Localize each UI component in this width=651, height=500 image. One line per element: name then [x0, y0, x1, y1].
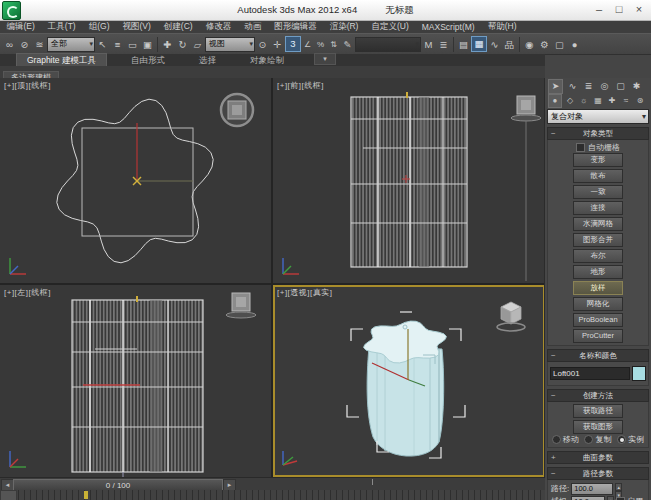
category-helpers-icon[interactable]: ✚	[606, 95, 618, 107]
rect-region-icon[interactable]: ▭	[125, 37, 140, 52]
menu-help[interactable]: 帮助(H)	[481, 21, 523, 33]
curve-editor-icon[interactable]: ∿	[487, 37, 502, 52]
front-viewport-canvas[interactable]	[273, 78, 545, 283]
render-setup-icon[interactable]: ⚙	[537, 37, 552, 52]
tab-motion-icon[interactable]: ◎	[598, 80, 611, 93]
get-shape-button[interactable]: 获取图形	[573, 420, 623, 434]
select-object-icon[interactable]: ↖	[95, 37, 110, 52]
menu-tools[interactable]: 工具(T)	[41, 21, 82, 33]
button-procutter[interactable]: ProCutter	[573, 329, 623, 343]
viewport-left-label[interactable]: [+][左][线框]	[4, 287, 51, 298]
tab-freeform[interactable]: 自由形式	[121, 54, 175, 66]
viewcube[interactable]	[497, 302, 525, 331]
menu-customize[interactable]: 自定义(U)	[365, 21, 415, 33]
viewport-top[interactable]: [+][顶][线框]	[0, 78, 271, 283]
scale-icon[interactable]: ▱	[190, 37, 205, 52]
radio-move[interactable]: 移动	[552, 434, 579, 445]
rollout-object-type-header[interactable]: − 对象类型	[547, 127, 649, 140]
category-lights-icon[interactable]: ☼	[578, 95, 590, 107]
maximize-button[interactable]: □	[609, 0, 629, 20]
align-icon[interactable]: ≣	[436, 37, 451, 52]
path-value-field[interactable]: 100.0	[571, 483, 613, 495]
material-editor-icon[interactable]: ◉	[522, 37, 537, 52]
select-link-icon[interactable]: ∞	[2, 37, 17, 52]
button-shapemerge[interactable]: 图形合并	[573, 233, 623, 247]
viewport-front-label[interactable]: [+][前][线框]	[277, 80, 324, 91]
render-icon[interactable]: ●	[567, 37, 582, 52]
snap-percent-icon[interactable]: %	[314, 37, 327, 52]
reference-coord-dropdown[interactable]: 视图 ▾	[205, 37, 255, 52]
mirror-icon[interactable]: M	[421, 37, 436, 52]
menu-create[interactable]: 创建(C)	[157, 21, 199, 33]
minimize-button[interactable]: –	[589, 0, 609, 20]
select-by-name-icon[interactable]: ≡	[110, 37, 125, 52]
snap-spinner-icon[interactable]: ⇅	[327, 37, 340, 52]
rollout-surface-params-header[interactable]: + 曲面参数	[547, 451, 649, 464]
top-viewport-canvas[interactable]	[0, 78, 271, 283]
track-bar[interactable]	[0, 490, 545, 500]
perspective-viewport-canvas[interactable]	[273, 285, 545, 477]
menu-maxscript[interactable]: MAXScript(M)	[415, 22, 481, 32]
object-name-field[interactable]	[550, 367, 630, 380]
button-conform[interactable]: 一致	[573, 185, 623, 199]
viewport-perspective[interactable]: [+][透视][真实]	[273, 285, 545, 477]
button-proboolean[interactable]: ProBoolean	[573, 313, 623, 327]
viewcube[interactable]	[511, 96, 541, 281]
tab-object-paint[interactable]: 对象绘制	[240, 54, 294, 66]
tab-modify-icon[interactable]: ∿	[566, 80, 579, 93]
path-spinner[interactable]: ▴▾	[615, 483, 622, 495]
snap-3d-icon[interactable]: 3	[285, 36, 301, 52]
button-scatter[interactable]: 散布	[573, 169, 623, 183]
selection-filter-dropdown[interactable]: 全部 ▾	[47, 37, 95, 52]
button-terrain[interactable]: 地形	[573, 265, 623, 279]
ribbon-minimize-icon[interactable]: ▾	[314, 53, 336, 65]
move-icon[interactable]: ✚	[160, 37, 175, 52]
rendered-frame-icon[interactable]: ▢	[552, 37, 567, 52]
named-selection-dropdown[interactable]: ▾	[355, 37, 421, 52]
graphite-toggle-icon[interactable]: ▦	[471, 36, 487, 52]
category-shapes-icon[interactable]: ◇	[564, 95, 576, 107]
viewport-left[interactable]: [+][左][线框]	[0, 285, 271, 477]
menu-views[interactable]: 视图(V)	[116, 21, 157, 33]
mini-curve-editor-button[interactable]	[0, 490, 17, 500]
autogrid-checkbox[interactable]	[576, 143, 585, 152]
object-color-swatch[interactable]	[632, 366, 646, 381]
button-connect[interactable]: 连接	[573, 201, 623, 215]
tab-display-icon[interactable]: ▢	[614, 80, 627, 93]
tab-selection[interactable]: 选择	[189, 54, 226, 66]
category-cameras-icon[interactable]: ▦	[592, 95, 604, 107]
layer-manager-icon[interactable]: ▤	[456, 37, 471, 52]
radio-instance[interactable]: 实例	[617, 434, 644, 445]
viewcube[interactable]	[226, 293, 256, 318]
use-center-icon[interactable]: ⊙	[255, 37, 270, 52]
button-boolean[interactable]: 布尔	[573, 249, 623, 263]
menu-modifiers[interactable]: 修改器	[199, 21, 238, 33]
menu-graph-editors[interactable]: 图形编辑器	[268, 21, 324, 33]
category-systems-icon[interactable]: ⊛	[634, 95, 646, 107]
category-geometry-icon[interactable]: ●	[548, 94, 562, 108]
tab-graphite-modeling[interactable]: Graphite 建模工具	[16, 53, 107, 66]
close-button[interactable]: ×	[629, 0, 649, 20]
tab-hierarchy-icon[interactable]: ≣	[582, 80, 595, 93]
loft-object-3d[interactable]	[364, 321, 447, 456]
window-crossing-icon[interactable]: ▣	[140, 37, 155, 52]
tab-create-icon[interactable]: ➤	[548, 79, 563, 94]
snap-spinner[interactable]: ▴▾	[607, 496, 614, 500]
left-viewport-canvas[interactable]	[0, 285, 271, 477]
get-path-button[interactable]: 获取路径	[573, 404, 623, 418]
tab-utilities-icon[interactable]: ✱	[630, 80, 643, 93]
select-manipulate-icon[interactable]: ✛	[270, 37, 285, 52]
viewport-top-label[interactable]: [+][顶][线框]	[4, 80, 51, 91]
viewport-front[interactable]: [+][前][线框]	[273, 78, 545, 283]
button-blobmesh[interactable]: 水滴网格	[573, 217, 623, 231]
snap-angle-icon[interactable]: ∠	[301, 37, 314, 52]
rollout-name-color-header[interactable]: − 名称和颜色	[547, 349, 649, 362]
rollout-creation-method-header[interactable]: − 创建方法	[547, 389, 649, 402]
category-spacewarps-icon[interactable]: ≈	[620, 95, 632, 107]
menu-animation[interactable]: 动画	[238, 21, 268, 33]
break-link-icon[interactable]: ⊘	[17, 37, 32, 52]
button-mesher[interactable]: 网格化	[573, 297, 623, 311]
viewcube[interactable]	[221, 94, 253, 126]
schematic-view-icon[interactable]: 品	[502, 37, 517, 52]
button-morph[interactable]: 变形	[573, 153, 623, 167]
